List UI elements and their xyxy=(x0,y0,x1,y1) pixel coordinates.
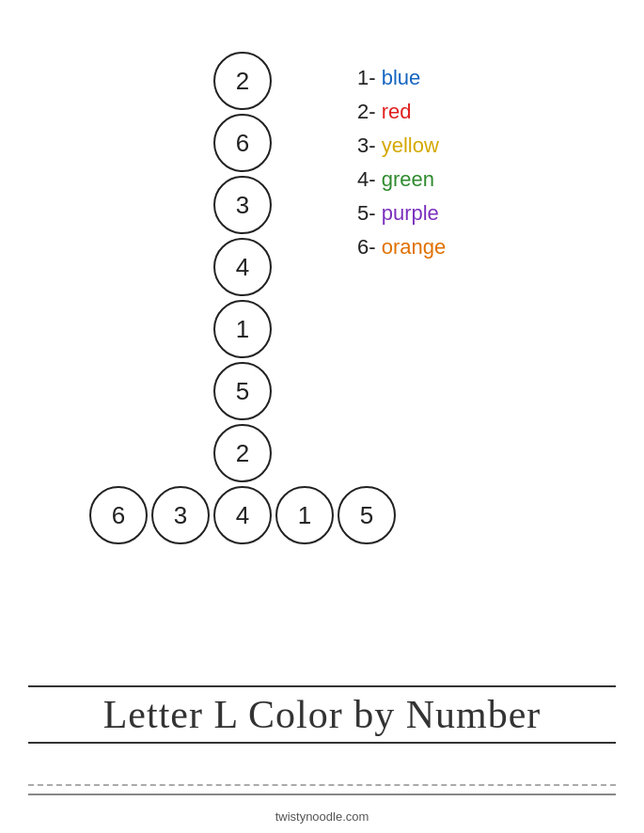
legend-color-label: green xyxy=(382,167,434,191)
solid-line xyxy=(28,794,616,795)
circle-vertical: 2 xyxy=(213,424,272,482)
legend-number: 5- xyxy=(357,201,382,225)
letter-l-circles: 2634152 63415 xyxy=(89,52,396,544)
legend-number: 2- xyxy=(357,100,382,123)
circle-horizontal: 4 xyxy=(213,486,272,544)
circle-vertical: 6 xyxy=(213,114,272,172)
circle-horizontal: 6 xyxy=(89,486,148,544)
legend-color-label: blue xyxy=(382,66,421,89)
legend-color-label: purple xyxy=(382,201,439,225)
legend-item: 6- orange xyxy=(357,235,446,259)
circle-vertical: 1 xyxy=(213,300,272,358)
legend-item: 4- green xyxy=(357,167,446,192)
legend-color-label: orange xyxy=(382,235,447,259)
legend-item: 3- yellow xyxy=(357,134,446,158)
circle-horizontal: 1 xyxy=(275,486,334,544)
vertical-column: 2634152 xyxy=(89,52,396,482)
circle-horizontal: 3 xyxy=(151,486,210,544)
writing-lines xyxy=(28,784,616,795)
legend-item: 5- purple xyxy=(357,201,446,226)
legend-color-label: yellow xyxy=(382,134,439,157)
page: 2634152 63415 1- blue2- red3- yellow4- g… xyxy=(0,0,644,833)
legend-number: 3- xyxy=(357,134,382,157)
horizontal-row: 63415 xyxy=(89,486,396,544)
title-bottom-line xyxy=(28,742,616,744)
dashed-line xyxy=(28,784,616,786)
legend-number: 1- xyxy=(357,66,382,89)
circle-vertical: 2 xyxy=(213,52,272,110)
legend-item: 1- blue xyxy=(357,66,446,90)
circle-horizontal: 5 xyxy=(338,486,396,544)
title-top-line xyxy=(28,685,616,687)
legend-number: 6- xyxy=(357,235,382,259)
circle-vertical: 3 xyxy=(213,176,272,234)
footer-text: twistynoodle.com xyxy=(275,809,369,824)
circle-vertical: 4 xyxy=(213,238,272,296)
legend-color-label: red xyxy=(382,100,412,123)
circle-vertical: 5 xyxy=(213,362,272,420)
page-title: Letter L Color by Number xyxy=(28,689,616,740)
footer: twistynoodle.com xyxy=(0,809,644,824)
title-area: Letter L Color by Number xyxy=(28,685,616,744)
color-legend: 1- blue2- red3- yellow4- green5- purple6… xyxy=(357,66,446,259)
legend-number: 4- xyxy=(357,167,382,191)
legend-item: 2- red xyxy=(357,100,446,124)
